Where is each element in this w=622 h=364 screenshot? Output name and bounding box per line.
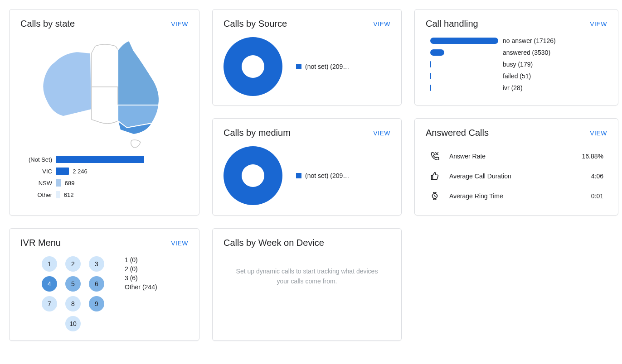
map-region-wa bbox=[43, 52, 92, 116]
state-bar bbox=[56, 179, 61, 187]
card-title: Calls by state bbox=[20, 19, 75, 29]
ivr-key-1[interactable]: 1 bbox=[42, 256, 57, 272]
donut-chart-medium bbox=[224, 146, 282, 205]
bar-fill bbox=[430, 85, 431, 91]
stat-label: Answer Rate bbox=[449, 153, 573, 160]
card-title: IVR Menu bbox=[20, 238, 61, 248]
legend-text: (not set) (209… bbox=[305, 172, 349, 179]
watch-icon bbox=[429, 191, 440, 201]
state-value: 689 bbox=[65, 180, 75, 187]
card-title: Calls by Source bbox=[224, 19, 287, 29]
bar-label: answered (3530) bbox=[503, 49, 550, 56]
state-bar bbox=[56, 168, 69, 175]
bar-fill bbox=[430, 73, 431, 79]
card-answered-calls: Answered Calls VIEW Answer Rate 16.88% A… bbox=[414, 118, 618, 216]
thumbs-up-icon bbox=[429, 171, 440, 182]
stat-value: 16.88% bbox=[582, 153, 603, 160]
ivr-legend-item: 1 (0) bbox=[125, 256, 157, 263]
legend-swatch bbox=[296, 173, 301, 178]
australia-map bbox=[20, 37, 188, 150]
map-region-sa bbox=[92, 87, 118, 124]
keypad-grid: 12345678910 bbox=[39, 256, 107, 331]
stat-row-avg-ring: Average Ring Time 0:01 bbox=[429, 191, 603, 201]
view-button[interactable]: VIEW bbox=[171, 239, 188, 247]
bar-fill bbox=[430, 49, 444, 56]
map-region-nsw bbox=[118, 105, 159, 128]
bar-label: failed (51) bbox=[503, 72, 531, 80]
state-bar bbox=[56, 156, 144, 163]
card-calls-by-device: Calls by Week on Device Set up dynamic c… bbox=[212, 228, 402, 341]
ivr-key-10[interactable]: 10 bbox=[65, 316, 81, 331]
bar-row: ivr (28) bbox=[430, 84, 607, 91]
donut-chart-source bbox=[224, 37, 282, 96]
state-row: NSW689 bbox=[20, 179, 188, 187]
stat-label: Average Call Duration bbox=[449, 172, 582, 180]
handling-bars: no answer (17126)answered (3530)busy (17… bbox=[430, 37, 607, 91]
ivr-legend-item: Other (244) bbox=[125, 283, 157, 291]
stat-row-avg-duration: Average Call Duration 4:06 bbox=[429, 171, 603, 182]
bar-label: no answer (17126) bbox=[503, 37, 556, 44]
stat-label: Average Ring Time bbox=[449, 192, 582, 200]
legend-item: (not set) (209… bbox=[296, 172, 349, 179]
view-button[interactable]: VIEW bbox=[171, 20, 188, 28]
card-call-handling: Call handling VIEW no answer (17126)answ… bbox=[414, 9, 618, 105]
bar-row: answered (3530) bbox=[430, 49, 607, 56]
state-bars: (Not Set)VIC2 246NSW689Other612 bbox=[20, 156, 188, 198]
legend-item: (not set) (209… bbox=[296, 63, 349, 70]
bar-row: failed (51) bbox=[430, 72, 607, 80]
bar-track bbox=[430, 49, 498, 56]
card-title: Calls by Week on Device bbox=[224, 238, 324, 248]
ivr-legend-item: 2 (0) bbox=[125, 265, 157, 273]
phone-icon bbox=[429, 151, 440, 162]
card-calls-by-source: Calls by Source VIEW (not set) (209… bbox=[212, 9, 402, 105]
bar-fill bbox=[430, 61, 431, 67]
stat-row-answer-rate: Answer Rate 16.88% bbox=[429, 151, 603, 162]
empty-state-message: Set up dynamic calls to start tracking w… bbox=[233, 266, 381, 287]
ivr-key-6[interactable]: 6 bbox=[89, 276, 104, 292]
state-bar bbox=[56, 191, 60, 198]
state-row: VIC2 246 bbox=[20, 168, 188, 175]
ivr-key-8[interactable]: 8 bbox=[65, 296, 81, 311]
bar-row: busy (179) bbox=[430, 61, 607, 68]
bar-track bbox=[430, 38, 498, 44]
ivr-key-7[interactable]: 7 bbox=[42, 296, 57, 311]
legend-text: (not set) (209… bbox=[305, 63, 349, 70]
legend-swatch bbox=[296, 64, 301, 69]
card-ivr-menu: IVR Menu VIEW 12345678910 1 (0)2 (0)3 (6… bbox=[9, 228, 199, 341]
bar-track bbox=[430, 61, 498, 67]
ivr-key-2[interactable]: 2 bbox=[65, 256, 81, 272]
bar-row: no answer (17126) bbox=[430, 37, 607, 44]
ivr-legend: 1 (0)2 (0)3 (6)Other (244) bbox=[125, 256, 157, 291]
state-label: VIC bbox=[20, 168, 52, 175]
state-label: Other bbox=[20, 192, 52, 198]
view-button[interactable]: VIEW bbox=[590, 20, 607, 28]
state-row: (Not Set) bbox=[20, 156, 188, 163]
map-region-tas bbox=[131, 140, 141, 148]
card-calls-by-medium: Calls by medium VIEW (not set) (209… bbox=[212, 118, 402, 216]
ivr-key-9[interactable]: 9 bbox=[89, 296, 104, 311]
ivr-key-3[interactable]: 3 bbox=[89, 256, 104, 272]
view-button[interactable]: VIEW bbox=[590, 129, 607, 137]
ivr-key-4[interactable]: 4 bbox=[42, 276, 57, 292]
state-row: Other612 bbox=[20, 191, 188, 198]
card-calls-by-state: Calls by state VIEW (Not Set)VIC2 2 bbox=[9, 9, 199, 216]
map-region-nt bbox=[92, 44, 118, 87]
bar-track bbox=[430, 73, 498, 79]
state-label: NSW bbox=[20, 180, 52, 187]
card-title: Call handling bbox=[426, 19, 478, 29]
ivr-legend-item: 3 (6) bbox=[125, 274, 157, 282]
map-region-qld bbox=[118, 41, 159, 105]
view-button[interactable]: VIEW bbox=[373, 129, 390, 137]
state-label: (Not Set) bbox=[20, 156, 52, 163]
state-value: 612 bbox=[64, 192, 74, 198]
state-value: 2 246 bbox=[73, 168, 87, 175]
bar-label: busy (179) bbox=[503, 61, 533, 68]
bar-fill bbox=[430, 38, 498, 44]
card-title: Calls by medium bbox=[224, 128, 291, 138]
bar-track bbox=[430, 85, 498, 91]
stat-value: 0:01 bbox=[591, 192, 603, 200]
bar-label: ivr (28) bbox=[503, 84, 523, 91]
stat-value: 4:06 bbox=[591, 172, 603, 180]
view-button[interactable]: VIEW bbox=[373, 20, 390, 28]
ivr-key-5[interactable]: 5 bbox=[65, 276, 81, 292]
